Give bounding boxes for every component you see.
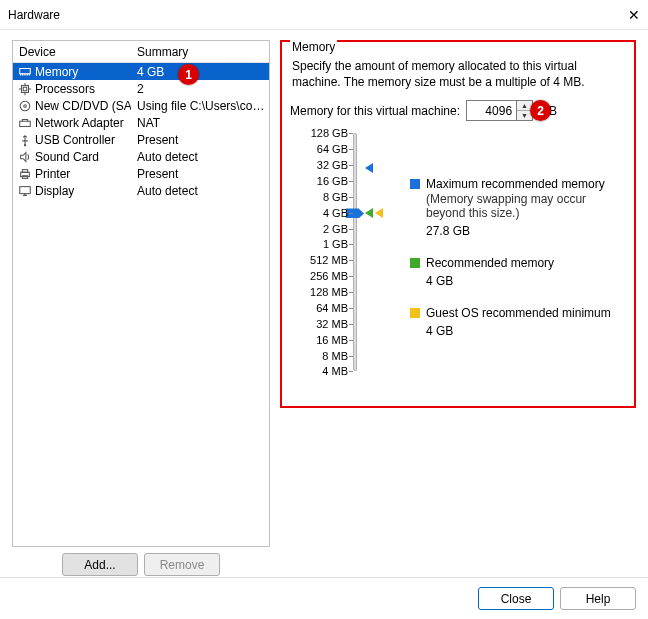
device-rows: Memory 4 GB Processors 2 New CD/DVD (SAT… xyxy=(13,63,269,199)
legend-rec-value: 4 GB xyxy=(426,274,554,288)
slider-tick-label: 4 GB xyxy=(323,207,348,219)
column-device[interactable]: Device xyxy=(13,45,131,59)
slider-tick-mark xyxy=(349,149,353,150)
slider-tick-mark xyxy=(349,133,353,134)
svg-point-3 xyxy=(20,101,30,111)
slider-tick-mark xyxy=(349,292,353,293)
svg-rect-0 xyxy=(20,68,31,73)
legend-guest-swatch-icon xyxy=(410,308,420,318)
slider-tick-mark xyxy=(349,260,353,261)
device-row-usb[interactable]: USB Controller Present xyxy=(13,131,269,148)
slider-track[interactable] xyxy=(353,133,357,371)
cpu-icon xyxy=(17,81,33,97)
device-row-display[interactable]: Display Auto detect xyxy=(13,182,269,199)
device-name: Display xyxy=(35,184,74,198)
column-summary[interactable]: Summary xyxy=(131,45,269,59)
legend-rec-title: Recommended memory xyxy=(426,256,554,270)
memory-description: Specify the amount of memory allocated t… xyxy=(292,58,624,90)
slider-tick-mark xyxy=(349,308,353,309)
device-summary: Auto detect xyxy=(131,184,269,198)
net-icon xyxy=(17,115,33,131)
slider-tick-label: 512 MB xyxy=(310,254,348,266)
legend-rec-swatch-icon xyxy=(410,258,420,268)
slider-tick-mark xyxy=(349,244,353,245)
slider-tick-mark xyxy=(349,213,353,214)
slider-tick-label: 1 GB xyxy=(323,238,348,250)
slider-tick-label: 8 MB xyxy=(322,350,348,362)
legend-guest-title: Guest OS recommended minimum xyxy=(426,306,611,320)
printer-icon xyxy=(17,166,33,182)
memory-input[interactable] xyxy=(466,100,516,121)
slider-tick-mark xyxy=(349,324,353,325)
legend-guest: Guest OS recommended minimum 4 GB xyxy=(410,306,626,338)
device-summary: Using file C:\Users\codru\De... xyxy=(131,99,269,113)
memory-group-label: Memory xyxy=(290,40,337,54)
legend-guest-value: 4 GB xyxy=(426,324,611,338)
device-row-memory[interactable]: Memory 4 GB xyxy=(13,63,269,80)
device-row-sound[interactable]: Sound Card Auto detect xyxy=(13,148,269,165)
memory-slider[interactable]: 128 GB64 GB32 GB16 GB8 GB4 GB2 GB1 GB512… xyxy=(290,131,400,381)
memory-icon xyxy=(17,64,33,80)
device-list: Device Summary Memory 4 GB Processors 2 … xyxy=(12,40,270,547)
slider-tick-label: 2 GB xyxy=(323,223,348,235)
add-button[interactable]: Add... xyxy=(62,553,138,576)
device-summary: 4 GB xyxy=(131,65,269,79)
slider-tick-label: 32 MB xyxy=(316,318,348,330)
slider-tick-mark xyxy=(349,340,353,341)
device-summary: Present xyxy=(131,167,269,181)
device-list-header: Device Summary xyxy=(13,41,269,63)
device-row-printer[interactable]: Printer Present xyxy=(13,165,269,182)
device-name: Sound Card xyxy=(35,150,99,164)
annotation-2: 2 xyxy=(530,100,551,121)
right-column: Memory Specify the amount of memory allo… xyxy=(280,40,636,576)
slider-tick-mark xyxy=(349,181,353,182)
memory-input-label: Memory for this virtual machine: xyxy=(290,104,460,118)
slider-tick-label: 16 MB xyxy=(316,334,348,346)
help-button[interactable]: Help xyxy=(560,587,636,610)
left-column: Device Summary Memory 4 GB Processors 2 … xyxy=(12,40,270,576)
device-summary: Auto detect xyxy=(131,150,269,164)
svg-rect-1 xyxy=(22,85,29,92)
marker-guest-icon xyxy=(375,208,383,218)
device-row-net[interactable]: Network Adapter NAT xyxy=(13,114,269,131)
memory-spinner[interactable]: ▲ ▼ xyxy=(466,100,533,121)
legend-max-title: Maximum recommended memory xyxy=(426,177,626,191)
sound-icon xyxy=(17,149,33,165)
legend-max: Maximum recommended memory (Memory swapp… xyxy=(410,177,626,238)
device-name: USB Controller xyxy=(35,133,115,147)
annotation-1: 1 xyxy=(178,64,199,85)
device-row-cpu[interactable]: Processors 2 xyxy=(13,80,269,97)
device-name: Processors xyxy=(35,82,95,96)
svg-rect-2 xyxy=(23,87,27,91)
disc-icon xyxy=(17,98,33,114)
legend-max-swatch-icon xyxy=(410,179,420,189)
close-button[interactable]: Close xyxy=(478,587,554,610)
remove-button: Remove xyxy=(144,553,220,576)
svg-point-6 xyxy=(24,144,26,146)
device-summary: NAT xyxy=(131,116,269,130)
device-name: Network Adapter xyxy=(35,116,124,130)
marker-max-icon xyxy=(365,163,373,173)
close-icon[interactable]: ✕ xyxy=(600,7,640,23)
window-title: Hardware xyxy=(8,8,600,22)
slider-tick-mark xyxy=(349,276,353,277)
marker-rec-icon xyxy=(365,208,373,218)
svg-rect-8 xyxy=(22,169,27,172)
slider-tick-label: 256 MB xyxy=(310,270,348,282)
device-name: Printer xyxy=(35,167,70,181)
memory-panel: Memory Specify the amount of memory allo… xyxy=(280,40,636,408)
device-row-disc[interactable]: New CD/DVD (SATA) Using file C:\Users\co… xyxy=(13,97,269,114)
slider-tick-label: 16 GB xyxy=(317,175,348,187)
slider-tick-label: 8 GB xyxy=(323,191,348,203)
device-summary: Present xyxy=(131,133,269,147)
svg-rect-10 xyxy=(20,186,31,193)
slider-tick-label: 128 MB xyxy=(310,286,348,298)
slider-tick-mark xyxy=(349,371,353,372)
display-icon xyxy=(17,183,33,199)
legend: Maximum recommended memory (Memory swapp… xyxy=(410,131,626,381)
memory-input-row: Memory for this virtual machine: ▲ ▼ MB … xyxy=(290,100,626,121)
titlebar: Hardware ✕ xyxy=(0,0,648,30)
slider-tick-label: 64 MB xyxy=(316,302,348,314)
device-name: New CD/DVD (SATA) xyxy=(35,99,131,113)
slider-legend-row: 128 GB64 GB32 GB16 GB8 GB4 GB2 GB1 GB512… xyxy=(290,131,626,381)
